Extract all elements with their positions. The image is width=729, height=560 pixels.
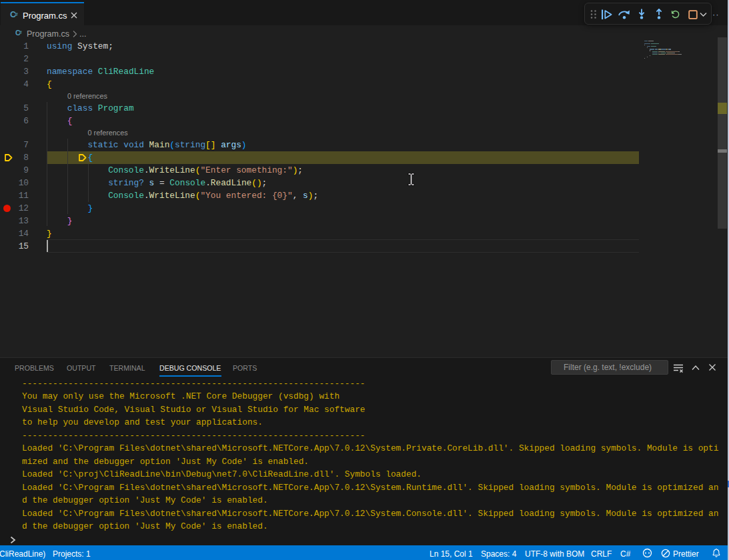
svg-text:#: # <box>15 11 18 17</box>
svg-text:#: # <box>19 30 22 35</box>
